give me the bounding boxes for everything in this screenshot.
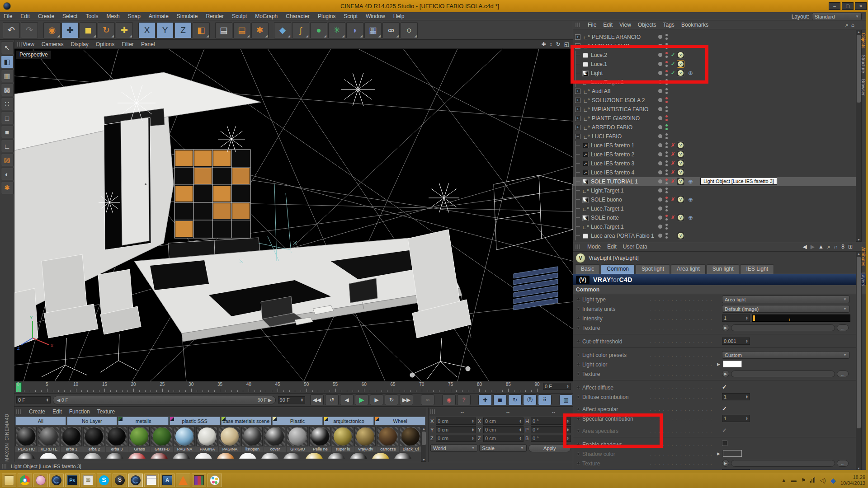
coordinate-field[interactable]: 0 cm▲▼ [436, 418, 476, 425]
visibility-dots[interactable] [665, 34, 668, 40]
last-tool-icon[interactable]: ✚◢ [116, 22, 133, 38]
material-item[interactable]: erba 2 [83, 427, 105, 452]
autocad-icon[interactable]: A [160, 474, 175, 487]
material-preview-partial[interactable] [61, 453, 80, 459]
visibility-dots[interactable] [665, 206, 668, 211]
viewport-camera-label[interactable]: Perspective [16, 51, 51, 59]
forward-icon[interactable]: ▶ [811, 244, 815, 250]
menu-snap[interactable]: Snap [128, 13, 141, 19]
material-item[interactable]: cover [264, 427, 286, 452]
material-preview-partial[interactable] [394, 453, 412, 459]
coordinate-field[interactable]: 0 cm▲▼ [483, 418, 524, 425]
layer-dot[interactable] [658, 170, 662, 174]
material-item[interactable]: Grass-B [151, 427, 173, 452]
layer-dot[interactable] [658, 188, 662, 192]
cinema4d-icon[interactable] [49, 474, 64, 487]
lock-icon[interactable]: ∩ [834, 244, 838, 250]
play-icon[interactable]: ▶ [355, 394, 368, 405]
material-preview-partial[interactable] [39, 453, 57, 459]
chrome-icon[interactable] [18, 474, 32, 487]
material-item[interactable]: PAGINA [174, 427, 196, 452]
file-explorer-icon[interactable] [2, 474, 16, 487]
points-mode-icon[interactable]: ∷ [1, 98, 14, 110]
parameter-spinner[interactable]: 1▲▼ [722, 415, 750, 422]
parameter-dot[interactable] [577, 317, 580, 320]
subdivision-icon[interactable]: ●◢ [310, 22, 327, 38]
key-rotation-icon[interactable]: ↻ [508, 394, 522, 405]
material-item[interactable]: PLASTIC [15, 427, 38, 452]
material-preview-partial[interactable] [261, 453, 279, 459]
layout-dropdown[interactable]: Standard▼ [812, 13, 862, 20]
parameter-dot[interactable] [577, 353, 580, 357]
layer-dot[interactable] [658, 98, 662, 102]
vray-tag-icon[interactable]: V [677, 196, 684, 203]
parameter-dot[interactable] [577, 462, 580, 465]
menu-edit[interactable]: Edit [20, 13, 30, 19]
coordinate-field[interactable]: 0 cm▲▼ [483, 435, 524, 442]
add-cube-icon[interactable]: ◆◢ [274, 22, 291, 38]
material-preview-partial[interactable] [128, 453, 146, 459]
viewport-filter-icon[interactable]: ✱ [1, 182, 14, 194]
disabled-x-icon[interactable]: ✗ [671, 178, 675, 184]
expand-toggle[interactable]: – [575, 134, 580, 139]
object-row[interactable]: ↗Luce IES faretto 3✗V [573, 159, 856, 168]
key-scale-icon[interactable]: ◼ [493, 394, 507, 405]
target-tag-icon[interactable]: ⊕ [687, 214, 694, 221]
om-menu-edit[interactable]: Edit [603, 22, 613, 28]
ruler-frame-field[interactable]: 0 F▲▼ [543, 383, 571, 390]
material-menu-function[interactable]: Function [69, 408, 90, 415]
layer-dot[interactable] [658, 116, 662, 120]
disabled-x-icon[interactable]: ✗ [671, 142, 675, 148]
menu-animate[interactable]: Animate [149, 13, 169, 19]
maximize-button[interactable]: ▢ [842, 2, 854, 10]
material-preview-partial[interactable] [84, 453, 102, 459]
menu-character[interactable]: Character [286, 13, 310, 19]
layer-dot[interactable] [658, 89, 662, 93]
undo-icon[interactable]: ↶ [3, 22, 20, 38]
material-tab-wheel[interactable]: Wheel [375, 417, 425, 425]
menu-tools[interactable]: Tools [85, 13, 98, 19]
om-menu-file[interactable]: File [588, 22, 596, 28]
viewport-menu-options[interactable]: Options [96, 41, 114, 47]
visibility-dots[interactable] [665, 133, 668, 139]
layer-dot[interactable] [658, 143, 662, 147]
dock-tab-browser[interactable]: Browser [861, 76, 866, 99]
object-row[interactable]: +∟oARREDO FABIO [573, 123, 856, 132]
material-item[interactable]: KERLITE [38, 427, 60, 452]
object-row[interactable]: ◣SOLE notte✗V⊕ [573, 213, 856, 222]
color-app-icon[interactable] [208, 474, 222, 487]
object-row[interactable]: +∟oPIANTE GIARDINO [573, 114, 856, 123]
om-menu-tags[interactable]: Tags [663, 22, 675, 28]
edges-mode-icon[interactable]: □ [1, 112, 14, 124]
deformer-icon[interactable]: ✳◢ [328, 22, 345, 38]
dock-tab-attributes[interactable]: Attributes [861, 244, 866, 269]
viewport-menu-filter[interactable]: Filter [122, 41, 134, 47]
vray-tag-icon[interactable]: V [677, 169, 684, 176]
vray-tag-icon[interactable]: V [677, 160, 684, 167]
key-parameter-icon[interactable]: Ⓟ [523, 394, 537, 405]
visibility-dots[interactable] [665, 106, 668, 112]
convert-icon[interactable]: ↖ [1, 42, 14, 54]
expand-arrow-icon[interactable]: ▶ [717, 451, 720, 456]
parameter-slider[interactable] [752, 314, 850, 322]
axis-mode-icon[interactable]: ∟ [1, 140, 14, 152]
parameter-dropdown[interactable]: Area light▼ [722, 296, 849, 303]
vray-tag-icon[interactable]: V [677, 178, 684, 185]
texture-mode-icon[interactable]: ▦ [1, 70, 14, 82]
network-icon[interactable] [810, 477, 815, 484]
coord-system-icon[interactable]: ◧◢ [193, 22, 210, 38]
om-menu-objects[interactable]: Objects [638, 22, 656, 28]
material-item[interactable]: Pelle ne [309, 427, 331, 452]
material-item[interactable]: GRIGIO [287, 427, 309, 452]
z-axis-lock-icon[interactable]: Z [175, 22, 192, 38]
material-item[interactable]: VrayAdv [354, 427, 377, 452]
loop-icon[interactable]: ↻ [385, 394, 398, 405]
rotate-tool-icon[interactable]: ↻◢ [98, 22, 115, 38]
material-tab-base-materials-scene[interactable]: base materials scene [221, 417, 272, 425]
parameter-dropdown[interactable]: Default (image)▼ [722, 305, 849, 313]
goto-start-icon[interactable]: ◀◀ [310, 394, 324, 405]
volume-icon[interactable]: ◁) [820, 477, 826, 483]
material-item[interactable]: super lu [332, 427, 354, 452]
object-row[interactable]: ∟oLight.Target.1 [573, 186, 856, 195]
prev-key-icon[interactable]: ↺ [325, 394, 339, 405]
